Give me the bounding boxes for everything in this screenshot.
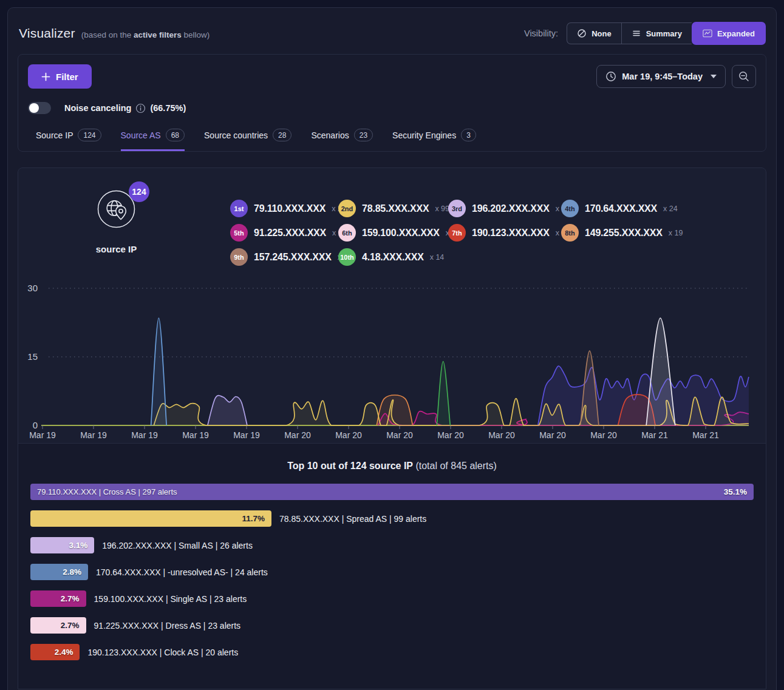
top-source-bar-row: 11.7%78.85.XXX.XXX | Spread AS | 99 aler… xyxy=(30,510,754,527)
x-axis-tick: Mar 19 xyxy=(80,430,107,440)
series-area-170-64-xxx-xxx xyxy=(151,318,167,425)
bar-percentage: 35.1% xyxy=(724,487,754,496)
bar-percentage: 2.7% xyxy=(61,594,86,603)
x-axis-tick: Mar 20 xyxy=(539,430,566,440)
tab-label: Source AS xyxy=(121,130,161,140)
x-axis-tick: Mar 21 xyxy=(692,430,719,440)
tab-count-badge: 23 xyxy=(354,129,373,141)
bar-percentage: 2.4% xyxy=(55,648,80,657)
tab-source-ip[interactable]: Source IP124 xyxy=(36,129,101,151)
legend-ip: 4.18.XXX.XXX xyxy=(362,252,424,263)
legend-item: 4th170.64.XXX.XXXx 24 xyxy=(561,200,683,217)
entity-tabs: Source IP124Source AS68Source countries2… xyxy=(36,129,756,151)
date-range-picker[interactable]: Mar 19, 9:45–Today xyxy=(596,65,726,88)
tab-label: Source IP xyxy=(36,130,73,140)
none-icon xyxy=(577,29,587,38)
legend-ip: 170.64.XXX.XXX xyxy=(585,203,657,214)
legend-item: 7th190.123.XXX.XXXx 20 xyxy=(448,224,561,242)
series-area-91-225-xxx-xxx xyxy=(646,318,675,425)
rank-badge: 9th xyxy=(230,248,248,266)
legend-count: x 19 xyxy=(669,229,683,237)
x-axis-tick: Mar 20 xyxy=(488,430,515,440)
tab-security-engines[interactable]: Security Engines3 xyxy=(392,129,476,151)
source-bar-79-110-xxx-xxx[interactable]: 79.110.XXX.XXX | Cross AS | 297 alerts35… xyxy=(30,484,754,500)
tab-scenarios[interactable]: Scenarios23 xyxy=(311,129,373,151)
series-area-196-202-xxx-xxx xyxy=(208,396,247,425)
entity-label: source IP xyxy=(81,244,151,254)
legend-ip: 91.225.XXX.XXX xyxy=(254,228,326,238)
entity-summary: 124 source IP xyxy=(81,190,151,266)
visibility-controls: Visibility: NoneSummaryExpanded xyxy=(524,22,765,44)
tab-count-badge: 68 xyxy=(166,129,185,141)
tab-source-countries[interactable]: Source countries28 xyxy=(204,129,291,151)
rank-badge: 10th xyxy=(338,248,356,266)
legend-count: x 24 xyxy=(663,205,678,213)
top-source-bar-row: 2.8%170.64.XXX.XXX | -unresolved AS- | 2… xyxy=(30,564,754,580)
legend-item: 1st79.110.XXX.XXXx 297 xyxy=(230,200,338,217)
tab-label: Source countries xyxy=(204,130,268,140)
page-title: Visualizer xyxy=(19,26,75,41)
legend-ip: 149.255.XXX.XXX xyxy=(585,228,663,238)
visibility-option-label: None xyxy=(591,29,612,38)
visibility-none-button[interactable]: None xyxy=(567,22,621,44)
source-bar-170-64-xxx-xxx[interactable]: 2.8% xyxy=(30,564,88,580)
summary-icon xyxy=(632,29,641,38)
summary-row: 124 source IP 1st79.110.XXX.XXXx 2972nd7… xyxy=(18,168,766,268)
visualizer-panel: Visualizer (based on the active filters … xyxy=(7,7,777,690)
bar-label: 79.110.XXX.XXX | Cross AS | 297 alerts xyxy=(30,487,177,496)
bar-percentage: 11.7% xyxy=(242,514,271,523)
bar-label: 170.64.XXX.XXX | -unresolved AS- | 24 al… xyxy=(96,567,268,577)
zoom-search-button[interactable] xyxy=(732,65,756,88)
top-source-bar-row: 2.4%190.123.XXX.XXX | Clock AS | 20 aler… xyxy=(30,644,754,660)
zoom-out-icon xyxy=(738,71,749,82)
visibility-button-group: NoneSummaryExpanded xyxy=(567,22,765,44)
source-bar-190-123-xxx-xxx[interactable]: 2.4% xyxy=(30,644,80,660)
page-subtitle: (based on the active filters bellow) xyxy=(81,30,210,39)
x-axis-tick: Mar 20 xyxy=(437,430,464,440)
rank-badge: 6th xyxy=(338,224,356,242)
noise-canceling-toggle[interactable] xyxy=(28,102,51,114)
x-axis-tick: Mar 19 xyxy=(29,430,56,440)
top-ip-legend: 1st79.110.XXX.XXXx 2972nd78.85.XXX.XXXx … xyxy=(230,200,683,266)
legend-item: 10th4.18.XXX.XXXx 14 xyxy=(338,248,448,266)
bar-label: 190.123.XXX.XXX | Clock AS | 20 alerts xyxy=(87,648,238,657)
filter-card: Filter Mar 19, 9:45–Today No xyxy=(18,54,766,152)
source-bar-196-202-xxx-xxx[interactable]: 3.1% xyxy=(30,537,94,553)
plus-icon xyxy=(41,72,50,81)
legend-ip: 79.110.XXX.XXX xyxy=(254,203,326,214)
alerts-timeline-chart: 30150Mar 19Mar 19Mar 19Mar 19Mar 19Mar 2… xyxy=(18,268,766,442)
legend-ip: 157.245.XXX.XXX xyxy=(254,252,332,263)
visualization-card: 124 source IP 1st79.110.XXX.XXXx 2972nd7… xyxy=(18,167,766,689)
visibility-summary-button[interactable]: Summary xyxy=(621,22,692,44)
bar-percentage: 2.8% xyxy=(63,567,88,577)
x-axis-tick: Mar 20 xyxy=(284,430,311,440)
entity-count-badge: 124 xyxy=(129,181,149,202)
legend-ip: 159.100.XXX.XXX xyxy=(362,228,440,238)
visibility-label: Visibility: xyxy=(524,29,558,38)
y-axis-tick: 0 xyxy=(33,420,38,430)
top-sources-section: Top 10 out of 124 source IP (total of 84… xyxy=(18,443,766,689)
chevron-down-icon xyxy=(711,75,717,78)
rank-badge: 7th xyxy=(448,224,466,242)
rank-badge: 1st xyxy=(230,200,248,217)
rank-badge: 2nd xyxy=(338,200,356,217)
bar-percentage: 3.1% xyxy=(69,541,94,550)
y-axis-tick: 30 xyxy=(27,283,38,293)
source-bar-78-85-xxx-xxx[interactable]: 11.7% xyxy=(30,510,271,527)
tab-source-as[interactable]: Source AS68 xyxy=(121,129,185,151)
visibility-option-label: Summary xyxy=(646,29,682,38)
source-bar-159-100-xxx-xxx[interactable]: 2.7% xyxy=(30,590,86,607)
source-bar-91-225-xxx-xxx[interactable]: 2.7% xyxy=(30,617,86,634)
noise-canceling-value: (66.75%) xyxy=(150,103,186,113)
bar-label: 159.100.XXX.XXX | Single AS | 23 alerts xyxy=(94,594,247,604)
tab-count-badge: 28 xyxy=(273,129,291,141)
legend-item: 5th91.225.XXX.XXXx 23 xyxy=(230,224,338,242)
legend-item: 3rd196.202.XXX.XXXx 26 xyxy=(448,200,561,217)
clock-icon xyxy=(605,71,616,82)
x-axis-tick: Mar 19 xyxy=(233,430,260,440)
visibility-expanded-button[interactable]: Expanded xyxy=(692,22,766,45)
info-icon[interactable] xyxy=(135,103,146,113)
bar-label: 91.225.XXX.XXX | Dress AS | 23 alerts xyxy=(94,621,241,631)
legend-item: 9th157.245.XXX.XXXx 16 xyxy=(230,248,338,266)
add-filter-button[interactable]: Filter xyxy=(28,64,92,89)
